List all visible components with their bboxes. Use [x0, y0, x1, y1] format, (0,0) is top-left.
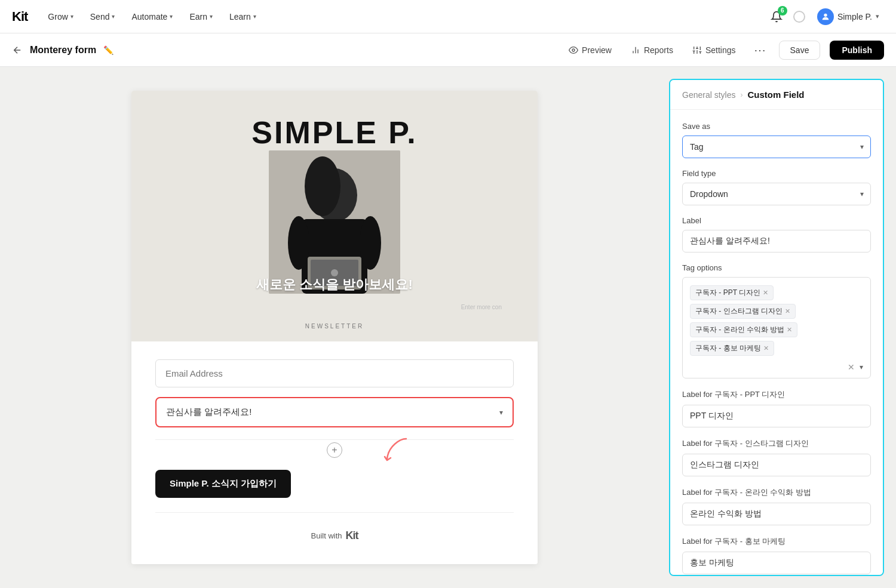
newsletter-label: NEWSLETTER	[305, 323, 364, 330]
submit-button-preview[interactable]: Simple P. 소식지 가입하기	[155, 470, 291, 498]
enter-more-hint: Enter more con	[461, 304, 502, 310]
person-image	[269, 150, 400, 294]
tag-chip-marketing: 구독자 - 홍보 마케팅 ✕	[690, 341, 774, 356]
tag-chip-marketing-label: 구독자 - 홍보 마케팅	[695, 343, 761, 353]
user-name: Simple P.	[837, 12, 872, 21]
label-for-ppt-label: Label for 구독자 - PPT 디자인	[682, 389, 871, 400]
save-button[interactable]: Save	[779, 41, 821, 60]
field-type-label: Field type	[682, 169, 871, 178]
tag-chips-area: 구독자 - PPT 디자인 ✕ 구독자 - 인스타그램 디자인 ✕ 구독자 - …	[690, 284, 863, 358]
main-area: SIMPLE P.	[0, 67, 896, 588]
tag-options-clear-icon[interactable]: ✕	[848, 362, 855, 372]
built-with-text: Built with	[311, 531, 342, 540]
breadcrumb-separator: ›	[740, 91, 742, 99]
svg-point-18	[288, 216, 309, 270]
label-for-marketing-label: Label for 구독자 - 홍보 마케팅	[682, 536, 871, 547]
app-logo[interactable]: Kit	[12, 9, 27, 24]
tag-options-expand-icon[interactable]: ▾	[860, 363, 863, 371]
svg-point-19	[360, 216, 381, 270]
field-type-wrapper: Dropdown Text Radio Checkbox ▾	[682, 183, 871, 205]
edit-title-icon[interactable]: ✏️	[103, 45, 113, 55]
instagram-label-input[interactable]	[682, 454, 871, 476]
tag-chip-online-label: 구독자 - 온라인 수익화 방법	[695, 325, 784, 335]
panel-header: General styles › Custom Field	[670, 80, 883, 110]
learn-chevron-icon: ▾	[253, 13, 256, 20]
brand-title: SIMPLE P.	[251, 115, 417, 150]
form-fields-section: 관심사를 알려주세요! ▾ + Simple P. 소식지 가입하기 Built…	[131, 341, 538, 564]
save-as-label: Save as	[682, 122, 871, 131]
right-panel: General styles › Custom Field Save as Ta…	[669, 79, 884, 576]
marketing-label-input[interactable]	[682, 552, 871, 574]
label-for-online-label: Label for 구독자 - 온라인 수익화 방법	[682, 487, 871, 498]
label-for-instagram-label: Label for 구독자 - 인스타그램 디자인	[682, 438, 871, 449]
sub-nav-right: Preview Reports Settings ⋯ Save Publish	[564, 41, 884, 60]
tag-chip-instagram-remove[interactable]: ✕	[785, 308, 790, 315]
nav-grow[interactable]: Grow ▾	[42, 8, 79, 25]
tag-chip-instagram-label: 구독자 - 인스타그램 디자인	[695, 306, 783, 316]
save-as-wrapper: Tag Text Number ▾	[682, 136, 871, 158]
notification-badge: 6	[778, 6, 787, 16]
kit-logo-small: Kit	[346, 529, 358, 542]
tag-chip-ppt-label: 구독자 - PPT 디자인	[695, 288, 760, 298]
field-type-select[interactable]: Dropdown Text Radio Checkbox	[682, 183, 871, 205]
user-menu-button[interactable]: Simple P. ▾	[812, 6, 884, 27]
earn-chevron-icon: ▾	[210, 13, 213, 20]
built-with-footer: Built with Kit	[155, 522, 514, 556]
add-field-arrow-icon	[382, 434, 418, 464]
user-avatar	[817, 8, 834, 25]
email-field[interactable]	[155, 359, 514, 387]
svg-point-0	[824, 13, 827, 16]
back-button[interactable]	[12, 45, 23, 56]
settings-button[interactable]: Settings	[688, 42, 741, 59]
tag-options-actions: ✕ ▾	[690, 362, 863, 372]
person-icon	[821, 12, 830, 21]
dropdown-custom-field[interactable]: 관심사를 알려주세요! ▾	[155, 397, 514, 427]
panel-title: Custom Field	[747, 90, 804, 100]
tag-chip-online-remove[interactable]: ✕	[787, 327, 792, 333]
dropdown-chevron-icon: ▾	[499, 408, 503, 417]
form-preview: SIMPLE P.	[131, 91, 538, 564]
back-arrow-icon	[12, 45, 23, 56]
preview-button[interactable]: Preview	[564, 42, 616, 59]
overlay-text: 새로운 소식을 받아보세요!	[256, 276, 413, 294]
tag-chip-marketing-remove[interactable]: ✕	[763, 345, 769, 352]
tag-options-label: Tag options	[682, 263, 871, 272]
sub-header: Monterey form ✏️ Preview Reports Setting…	[0, 33, 896, 67]
notification-button[interactable]: 6	[767, 7, 786, 26]
nav-right-section: 6 Simple P. ▾	[767, 6, 884, 27]
grow-chevron-icon: ▾	[70, 13, 73, 20]
page-title: Monterey form	[30, 45, 96, 56]
tag-chip-instagram: 구독자 - 인스타그램 디자인 ✕	[690, 304, 796, 319]
person-silhouette-svg	[269, 150, 400, 294]
automate-chevron-icon: ▾	[170, 13, 173, 20]
online-label-input[interactable]	[682, 503, 871, 525]
user-chevron-icon: ▾	[876, 13, 879, 20]
nav-learn[interactable]: Learn ▾	[223, 8, 262, 25]
eye-icon	[569, 45, 578, 55]
more-options-button[interactable]: ⋯	[750, 41, 769, 60]
send-chevron-icon: ▾	[112, 13, 115, 20]
label-field-label: Label	[682, 216, 871, 225]
add-field-button[interactable]: +	[327, 442, 342, 458]
svg-point-1	[572, 49, 575, 51]
publish-button[interactable]: Publish	[830, 41, 884, 60]
label-input[interactable]	[682, 230, 871, 253]
nav-send[interactable]: Send ▾	[84, 8, 121, 25]
ppt-label-input[interactable]	[682, 405, 871, 427]
breadcrumb-parent[interactable]: General styles	[682, 90, 735, 100]
dropdown-label-text: 관심사를 알려주세요!	[166, 407, 251, 418]
canvas-area: SIMPLE P.	[0, 67, 669, 588]
reports-button[interactable]: Reports	[626, 42, 678, 59]
tag-options-box: 구독자 - PPT 디자인 ✕ 구독자 - 인스타그램 디자인 ✕ 구독자 - …	[682, 277, 871, 378]
tag-chip-ppt: 구독자 - PPT 디자인 ✕	[690, 285, 774, 300]
tag-chip-ppt-remove[interactable]: ✕	[763, 290, 768, 296]
status-indicator	[793, 11, 805, 23]
save-as-select[interactable]: Tag Text Number	[682, 136, 871, 158]
chart-icon	[631, 45, 640, 55]
svg-point-16	[305, 156, 340, 216]
panel-body: Save as Tag Text Number ▾ Field type Dro…	[670, 110, 883, 576]
sliders-icon	[692, 45, 702, 55]
top-nav: Kit Grow ▾ Send ▾ Automate ▾ Earn ▾ Lear…	[0, 0, 896, 33]
nav-earn[interactable]: Earn ▾	[183, 8, 219, 25]
nav-automate[interactable]: Automate ▾	[125, 8, 179, 25]
